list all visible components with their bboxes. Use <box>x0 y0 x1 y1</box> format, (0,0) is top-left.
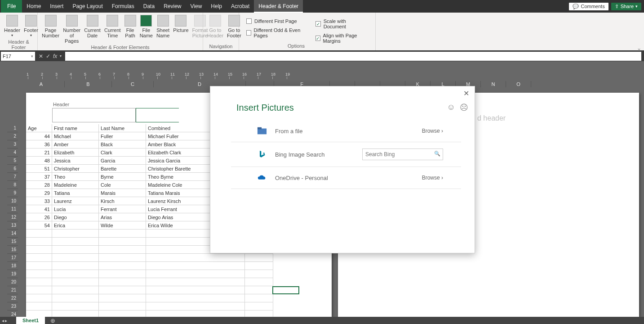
header-cell[interactable]: Age <box>26 124 52 132</box>
browse-onedrive-button[interactable]: Browse › <box>422 175 443 181</box>
menu-page-layout[interactable]: Page Layout <box>68 0 107 13</box>
column-header[interactable]: O <box>506 81 531 87</box>
empty-cell[interactable] <box>26 294 52 302</box>
row-header[interactable]: 2 <box>7 132 18 140</box>
browse-button[interactable]: Browse › <box>422 128 443 134</box>
empty-cell[interactable] <box>146 294 245 302</box>
column-header[interactable]: A <box>18 81 65 87</box>
data-cell[interactable]: 36 <box>26 140 52 148</box>
empty-cell[interactable] <box>146 286 245 294</box>
empty-cell[interactable] <box>146 270 245 278</box>
empty-cell[interactable] <box>52 246 99 254</box>
data-cell[interactable]: Madeleine <box>52 181 99 189</box>
comments-button[interactable]: 💬Comments <box>569 3 608 10</box>
different-odd-even-checkbox[interactable]: Different Odd & Even Pages <box>246 27 306 38</box>
empty-cell[interactable] <box>26 262 52 270</box>
prev-sheet-icon[interactable]: ◂ <box>2 318 4 323</box>
row-header[interactable]: 23 <box>7 302 18 310</box>
data-cell[interactable]: Michael <box>52 132 99 140</box>
empty-cell[interactable] <box>99 262 146 270</box>
empty-cell[interactable] <box>52 238 99 246</box>
data-cell[interactable]: Arias <box>99 213 146 221</box>
row-header[interactable]: 4 <box>7 148 18 157</box>
data-cell[interactable]: Clark <box>99 148 146 157</box>
data-cell[interactable]: Wilde <box>99 221 146 230</box>
empty-cell[interactable] <box>52 302 99 310</box>
column-header[interactable]: B <box>65 81 112 87</box>
menu-file[interactable]: File <box>1 0 22 13</box>
data-cell[interactable]: Christopher <box>52 165 99 173</box>
empty-cell[interactable] <box>26 278 52 286</box>
empty-cell[interactable] <box>245 278 273 286</box>
empty-cell[interactable] <box>52 286 99 294</box>
empty-cell[interactable] <box>26 270 52 278</box>
different-first-page-checkbox[interactable]: Different First Page <box>246 18 306 24</box>
empty-cell[interactable] <box>245 286 273 294</box>
bing-search-option[interactable]: Bing Image Search 🔍 <box>231 142 461 167</box>
header-button[interactable]: Header▾ <box>3 14 22 39</box>
empty-cell[interactable] <box>146 254 245 262</box>
data-cell[interactable]: 44 <box>26 132 52 140</box>
data-cell[interactable]: 28 <box>26 181 52 189</box>
empty-cell[interactable] <box>245 262 273 270</box>
row-header[interactable]: 9 <box>7 189 18 197</box>
empty-cell[interactable] <box>26 302 52 310</box>
data-cell[interactable]: 26 <box>26 213 52 221</box>
name-box[interactable]: F17▾ <box>1 52 35 61</box>
data-cell[interactable]: Barette <box>99 165 146 173</box>
empty-cell[interactable] <box>245 302 273 310</box>
footer-button[interactable]: Footer▾ <box>22 14 40 39</box>
row-header[interactable]: 10 <box>7 197 18 205</box>
column-header[interactable]: C <box>112 81 154 87</box>
current-time-button[interactable]: Current Time <box>103 14 122 39</box>
data-cell[interactable]: Cole <box>99 181 146 189</box>
current-date-button[interactable]: Current Date <box>83 14 102 39</box>
empty-cell[interactable] <box>52 254 99 262</box>
empty-cell[interactable] <box>245 270 273 278</box>
data-cell[interactable]: Theo <box>52 173 99 181</box>
data-cell[interactable]: Ferrant <box>99 205 146 213</box>
empty-cell[interactable] <box>26 286 52 294</box>
row-header[interactable]: 19 <box>7 270 18 278</box>
empty-cell[interactable] <box>99 278 146 286</box>
data-cell[interactable]: 41 <box>26 205 52 213</box>
row-header[interactable]: 18 <box>7 262 18 270</box>
align-page-margins-checkbox[interactable]: ✓Align with Page Margins <box>315 33 368 44</box>
data-cell[interactable]: Fuller <box>99 132 146 140</box>
data-cell[interactable]: Diego <box>52 213 99 221</box>
header-cell[interactable]: Last Name <box>99 124 146 132</box>
empty-cell[interactable] <box>52 294 99 302</box>
cancel-formula-icon[interactable]: ✕ <box>39 53 43 59</box>
data-cell[interactable]: Tatiana <box>52 189 99 197</box>
row-header[interactable]: 21 <box>7 286 18 294</box>
data-cell[interactable]: Black <box>99 140 146 148</box>
empty-cell[interactable] <box>99 286 146 294</box>
empty-cell[interactable] <box>99 254 146 262</box>
empty-cell[interactable] <box>146 278 245 286</box>
menu-insert[interactable]: Insert <box>45 0 68 13</box>
empty-cell[interactable] <box>245 254 273 262</box>
row-header[interactable]: 7 <box>7 173 18 181</box>
data-cell[interactable]: 33 <box>26 197 52 205</box>
empty-cell[interactable] <box>26 230 52 238</box>
fx-icon[interactable]: fx <box>53 53 57 59</box>
close-button[interactable]: ✕ <box>462 88 471 99</box>
data-cell[interactable]: Laurenz <box>52 197 99 205</box>
feedback-happy-icon[interactable]: ☺ <box>447 103 455 112</box>
empty-cell[interactable] <box>99 230 146 238</box>
menu-data[interactable]: Data <box>139 0 159 13</box>
empty-cell[interactable] <box>52 262 99 270</box>
row-header[interactable]: 17 <box>7 254 18 262</box>
menu-view[interactable]: View <box>186 0 207 13</box>
data-cell[interactable]: 29 <box>26 189 52 197</box>
data-cell[interactable]: Jessica <box>52 157 99 165</box>
header-left-section[interactable] <box>52 108 136 122</box>
data-cell[interactable]: 54 <box>26 221 52 230</box>
data-cell[interactable]: 48 <box>26 157 52 165</box>
row-header[interactable]: 20 <box>7 278 18 286</box>
row-header[interactable]: 22 <box>7 294 18 302</box>
menu-home[interactable]: Home <box>22 0 45 13</box>
data-cell[interactable]: Lucia <box>52 205 99 213</box>
page-number-button[interactable]: Page Number <box>40 14 61 39</box>
share-button[interactable]: ⇧Share▾ <box>611 3 641 10</box>
